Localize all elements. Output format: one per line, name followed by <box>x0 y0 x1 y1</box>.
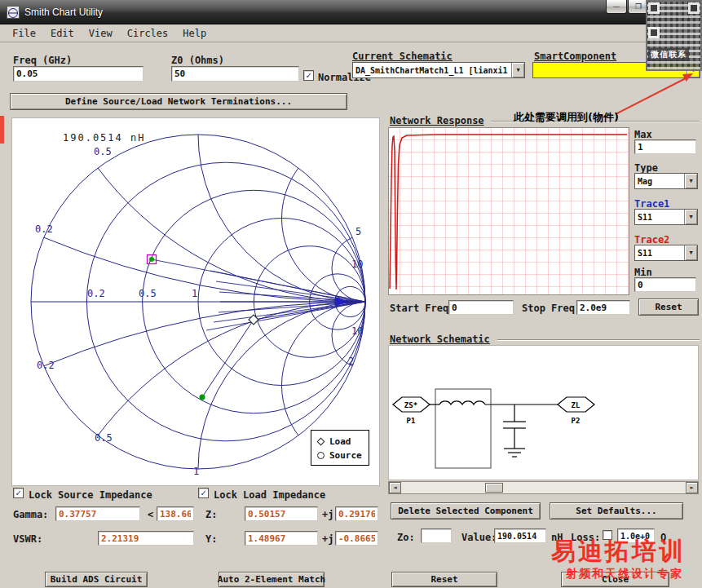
value-label: Value: <box>461 532 497 543</box>
freq-input[interactable] <box>13 66 143 82</box>
app-icon <box>7 6 20 19</box>
type-combo[interactable]: Mag ▼ <box>634 173 698 189</box>
set-defaults-button[interactable]: Set Defaults... <box>550 502 683 519</box>
svg-text:1: 1 <box>192 288 197 299</box>
define-terminations-button[interactable]: Define Source/Load Network Terminations.… <box>10 93 347 110</box>
lock-load-checkbox[interactable]: ✓ <box>198 488 209 498</box>
svg-text:10: 10 <box>351 325 363 337</box>
legend-source-item[interactable]: Source <box>317 449 369 462</box>
z0-input[interactable] <box>171 66 299 82</box>
start-freq-input[interactable] <box>448 300 514 315</box>
menu-item-help[interactable]: Help <box>175 26 214 41</box>
vswr-input[interactable] <box>98 531 194 546</box>
check-icon: ✓ <box>201 488 206 498</box>
svg-text:1: 1 <box>193 466 199 477</box>
watermark-sliver <box>0 116 4 144</box>
type-label: Type <box>634 162 658 174</box>
z-imag-input[interactable] <box>335 506 378 521</box>
z0-label: Z0 (Ohms) <box>171 55 224 66</box>
build-ads-button[interactable]: Build ADS Circuit <box>45 572 148 587</box>
y-imag-input[interactable] <box>335 531 378 546</box>
network-schematic-title: Network Schematic <box>390 334 490 345</box>
load-marker-icon <box>317 438 325 446</box>
normalize-checkbox[interactable]: ✓ <box>303 70 314 81</box>
z-real-input[interactable] <box>245 506 318 521</box>
min-label: Min <box>634 267 652 278</box>
trace1-label: Trace1 <box>634 198 669 210</box>
load-point-dot[interactable] <box>149 257 154 262</box>
menu-item-view[interactable]: View <box>82 26 120 41</box>
start-freq-label: Start Freq: <box>390 303 454 314</box>
legend-source-label: Source <box>329 450 362 461</box>
auto-match-button[interactable]: Auto 2-Element Match <box>219 572 325 587</box>
chevron-down-icon[interactable]: ▼ <box>684 174 697 188</box>
response-plot[interactable] <box>388 127 629 295</box>
p1-label: P1 <box>407 417 416 425</box>
plus-j-label: +j <box>322 533 333 545</box>
legend-load-label: Load <box>329 436 351 447</box>
group-divider <box>497 339 700 341</box>
lock-source-checkbox[interactable]: ✓ <box>13 488 24 498</box>
gamma-input[interactable] <box>55 506 140 521</box>
current-schematic-combo[interactable]: DA_SmithChartMatch1_L1 [lianxi1 ▼ <box>352 62 525 78</box>
scroll-right-button[interactable]: ► <box>686 482 698 493</box>
inductor-symbol[interactable] <box>439 401 485 405</box>
schematic-scrollbar[interactable]: ◄ ► <box>388 481 699 494</box>
loss-checkbox[interactable] <box>603 530 612 540</box>
gamma-label: Gamma: <box>13 509 48 520</box>
chevron-down-icon[interactable]: ▼ <box>511 63 524 77</box>
loss-input[interactable] <box>617 528 655 543</box>
lock-load-label: Lock Load Impedance <box>214 489 325 501</box>
response-plot-svg <box>389 128 629 294</box>
trace2-label: Trace2 <box>634 234 669 245</box>
capacitor-symbol[interactable] <box>503 405 526 449</box>
max-input[interactable] <box>634 139 696 154</box>
chevron-down-icon[interactable]: ▼ <box>684 210 697 224</box>
vswr-label: VSWR: <box>13 533 42 545</box>
qr-watermark: 微信联系 <box>646 0 702 71</box>
qr-finder-icon <box>648 2 660 14</box>
p2-label: P2 <box>572 417 581 425</box>
menu-item-edit[interactable]: Edit <box>43 26 82 41</box>
smith-chart-utility-window: Smith Chart Utility — ❐ ✕ 微信联系 File Edit… <box>0 0 702 588</box>
qr-caption: 微信联系 <box>648 48 689 61</box>
close-button-bottom[interactable]: Close <box>561 572 669 587</box>
source-marker-icon <box>317 452 325 459</box>
value-input[interactable] <box>494 528 546 543</box>
current-schematic-label: Current Schematic <box>352 51 453 62</box>
scroll-thumb[interactable] <box>485 483 503 493</box>
unit-label: nH <box>551 532 563 543</box>
trace2-combo[interactable]: S11 ▼ <box>634 245 698 261</box>
trace1-combo[interactable]: S11 ▼ <box>634 209 698 225</box>
svg-text:0.5: 0.5 <box>94 146 112 157</box>
current-schematic-value: DA_SmithChartMatch1_L1 [lianxi1 <box>353 63 511 77</box>
chevron-down-icon[interactable]: ▼ <box>684 245 697 260</box>
y-label: Y: <box>205 533 217 545</box>
scroll-left-button[interactable]: ◄ <box>389 482 401 493</box>
y-real-input[interactable] <box>245 531 318 546</box>
legend-load-item[interactable]: Load <box>317 435 369 449</box>
response-reset-button[interactable]: Reset <box>638 298 699 316</box>
qr-finder-icon <box>688 2 700 14</box>
svg-text:0.2: 0.2 <box>35 223 53 235</box>
svg-text:0.2: 0.2 <box>37 360 55 371</box>
schematic-canvas[interactable]: ZS* P1 ZL P2 <box>388 345 699 480</box>
plot-grid <box>389 128 629 294</box>
menu-item-circles[interactable]: Circles <box>120 26 176 41</box>
trace1-value: S11 <box>635 210 684 224</box>
plus-j-label: +j <box>322 509 333 520</box>
trace2-value: S11 <box>635 245 684 260</box>
source-point-marker[interactable] <box>200 395 205 400</box>
zo-input[interactable] <box>421 528 452 543</box>
check-icon: ✓ <box>306 70 311 81</box>
menu-item-file[interactable]: File <box>5 26 43 41</box>
min-input[interactable] <box>634 277 696 292</box>
minimize-button[interactable]: — <box>606 0 627 14</box>
reset-button[interactable]: Reset <box>391 572 497 587</box>
stop-freq-input[interactable] <box>576 300 630 315</box>
delete-component-button[interactable]: Delete Selected Component <box>391 502 541 519</box>
zo-label: Zo: <box>397 532 415 543</box>
type-value: Mag <box>635 174 684 188</box>
angle-input[interactable] <box>157 506 194 521</box>
svg-text:0.5: 0.5 <box>139 288 157 299</box>
